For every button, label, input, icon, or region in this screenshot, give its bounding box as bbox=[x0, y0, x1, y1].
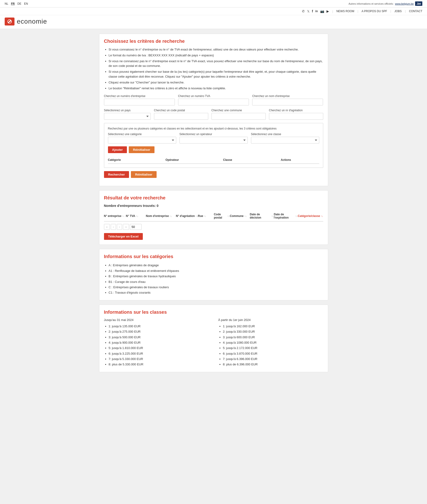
nom-entreprise-group: Cherchez un nom d'entreprise bbox=[252, 94, 323, 106]
rechercher-button[interactable]: Rechercher bbox=[104, 171, 129, 178]
class1-8: 8: plus de 5.330.000 EUR bbox=[109, 362, 209, 367]
th-expiration[interactable]: Date de l'expiration ↑↓ bbox=[274, 213, 298, 219]
th-decision[interactable]: Date de décision ↑↓ bbox=[250, 213, 274, 219]
youtube-icon[interactable]: ▶ bbox=[327, 9, 329, 13]
class2-5: 5: jusqu'à 2.172.000 EUR bbox=[223, 345, 323, 351]
lang-en[interactable]: EN bbox=[24, 2, 28, 5]
th-entreprise[interactable]: N° entreprise ↑↓ bbox=[104, 213, 126, 219]
cat-item-6: C1 : Travaux d'égouts courants bbox=[109, 290, 323, 295]
nom-entreprise-input[interactable] bbox=[252, 99, 323, 106]
category-table: Catégorie Opérateur Classe Actions bbox=[108, 156, 319, 164]
info-item-5: Cliquez ensuite sur "Chercher" pour lanc… bbox=[109, 80, 323, 85]
search-info-list: Si vous connaissez le n° d'entreprise ou… bbox=[104, 47, 323, 91]
class2-6: 6: jusqu'à 3.870.000 EUR bbox=[223, 351, 323, 356]
category-table-header: Catégorie Opérateur Classe Actions bbox=[108, 156, 319, 164]
classes-section: Informations sur les classes Jusqu'au 31… bbox=[99, 305, 328, 372]
sort-icon-tva: ↑↓ bbox=[136, 215, 138, 217]
phone-icon[interactable]: ✆ bbox=[302, 9, 305, 13]
classes-title: Informations sur les classes bbox=[104, 310, 323, 315]
language-switcher[interactable]: NL FR DE EN bbox=[5, 2, 30, 5]
num-entreprise-input[interactable] bbox=[104, 99, 175, 106]
th-commune[interactable]: Commune ↑↓ bbox=[230, 213, 250, 219]
th-postal[interactable]: Code postal ↑↓ bbox=[214, 213, 230, 219]
commune-input[interactable] bbox=[212, 113, 266, 120]
header-nav-links: NEWS ROOM | A PROPOS DU SPF | JOBS | CON… bbox=[336, 10, 422, 13]
search-section-title: Choisissez les critères de recherche bbox=[104, 38, 323, 44]
be-logo: .be bbox=[415, 1, 422, 6]
sort-icon-entreprise: ↑↓ bbox=[122, 215, 124, 217]
download-excel-button[interactable]: Télécharger en Excel bbox=[104, 233, 143, 240]
select-operateur[interactable] bbox=[180, 137, 248, 144]
facebook-icon[interactable]: f bbox=[312, 9, 313, 13]
results-table: N° entreprise ↑↓ N° TVA ↑↓ Nom d'entrepr… bbox=[104, 211, 323, 221]
ajouter-button[interactable]: Ajouter bbox=[108, 146, 127, 153]
classes-col2-title: À partir du 1er juin 2024 bbox=[218, 318, 323, 322]
num-tva-input[interactable] bbox=[178, 99, 249, 106]
sort-icon-postal: ↑↓ bbox=[227, 215, 230, 217]
page-size-select[interactable]: 10 25 50 100 bbox=[130, 224, 142, 230]
top-bar: NL FR DE EN Autres informations et servi… bbox=[0, 0, 427, 8]
nav-divider: | bbox=[332, 10, 333, 13]
twitter-icon[interactable]: 𝕏 bbox=[307, 10, 309, 13]
th-rue[interactable]: Rue ↑↓ bbox=[198, 213, 214, 219]
categories-list: A : Entreprises générales de dragage A1 … bbox=[104, 262, 323, 295]
header: ✆ 𝕏 f in 📷 ▶ | NEWS ROOM | A PROPOS DU S… bbox=[0, 8, 427, 29]
jobs-link[interactable]: JOBS bbox=[394, 10, 402, 13]
category-search-box: Recherchez par une ou plusieurs catégori… bbox=[104, 123, 323, 168]
th-agrement[interactable]: N° d'agréation ↑↓ bbox=[176, 213, 198, 219]
first-page-button[interactable]: « bbox=[104, 224, 110, 230]
th-nom[interactable]: Nom d'entreprise ↑↓ bbox=[146, 213, 176, 219]
classes-grid: Jusqu'au 31 mai 2024 1: jusqu'à 135.000 … bbox=[104, 318, 323, 367]
nr-agration-input[interactable] bbox=[269, 113, 323, 120]
reinitialiser-category-button[interactable]: Réinitialiser bbox=[129, 146, 154, 153]
class1-7: 7: jusqu'à 5.330.000 EUR bbox=[109, 356, 209, 362]
info-item-4: Si vous pouvez également chercher sur ba… bbox=[109, 69, 323, 79]
official-text: Autres informations et services officiel… bbox=[349, 2, 394, 5]
lang-nl[interactable]: NL bbox=[5, 2, 8, 5]
class1-4: 4: jusqu'à 900.000 EUR bbox=[109, 340, 209, 345]
form-row-1: Cherchez un numéro d'entreprise Cherchez… bbox=[104, 94, 323, 106]
th-categorie-result[interactable]: Catégorie/classe ↑↓ bbox=[298, 213, 323, 219]
logo-text: economie bbox=[17, 18, 47, 25]
contact-link[interactable]: CONTACT bbox=[409, 10, 422, 13]
class1-3: 3: jusqu'à 500.000 EUR bbox=[109, 335, 209, 340]
select-categorie-label: Sélectionnez une catégorie bbox=[108, 133, 176, 136]
sort-icon-rue: ↑↓ bbox=[204, 215, 206, 217]
logo-area: economie bbox=[0, 15, 427, 29]
header-nav: ✆ 𝕏 f in 📷 ▶ | NEWS ROOM | A PROPOS DU S… bbox=[0, 8, 427, 15]
commune-label: Cherchez une commune bbox=[212, 109, 266, 112]
select-classe[interactable] bbox=[251, 137, 319, 144]
class1-2: 2: jusqu'à 275.000 EUR bbox=[109, 329, 209, 334]
pagination: « ‹ › » 10 25 50 100 bbox=[104, 224, 323, 230]
main-search-buttons: Rechercher Réinitialiser bbox=[104, 171, 323, 178]
select-classe-label: Sélectionnez une classe bbox=[251, 133, 319, 136]
code-postal-input[interactable] bbox=[154, 113, 208, 120]
pays-select[interactable] bbox=[104, 113, 151, 120]
th-operateur-col: Opérateur bbox=[166, 158, 223, 161]
select-classe-group: Sélectionnez une classe bbox=[251, 133, 319, 144]
official-link[interactable]: www.belgium.be bbox=[395, 2, 414, 5]
linkedin-icon[interactable]: in bbox=[315, 10, 318, 13]
logo-icon bbox=[5, 17, 15, 25]
about-link[interactable]: A PROPOS DU SPF bbox=[362, 10, 387, 13]
cat-item-5: C : Entreprises générales de travaux rou… bbox=[109, 284, 323, 290]
select-categorie[interactable] bbox=[108, 137, 176, 144]
next-page-button[interactable]: › bbox=[117, 224, 122, 230]
th-tva[interactable]: N° TVA ↑↓ bbox=[126, 213, 146, 219]
news-room-link[interactable]: NEWS ROOM bbox=[336, 10, 354, 13]
sort-icon-decision: ↑↓ bbox=[271, 215, 274, 217]
nom-entreprise-label: Cherchez un nom d'entreprise bbox=[252, 94, 323, 98]
last-page-button[interactable]: » bbox=[123, 224, 129, 230]
code-postal-label: Cherchez un code postal bbox=[154, 109, 208, 112]
th-classe-col: Classe bbox=[223, 158, 281, 161]
lang-de[interactable]: DE bbox=[17, 2, 22, 5]
prev-page-button[interactable]: ‹ bbox=[111, 224, 116, 230]
search-section: Choisissez les critères de recherche Si … bbox=[99, 34, 328, 186]
results-count: Nombre d'entrepreneurs trouvés: 0 bbox=[104, 204, 323, 208]
categories-section: Informations sur les catégories A : Entr… bbox=[99, 249, 328, 300]
reinitialiser-main-button[interactable]: Réinitialiser bbox=[131, 171, 157, 178]
commune-group: Cherchez une commune bbox=[212, 109, 266, 120]
instagram-icon[interactable]: 📷 bbox=[320, 9, 324, 13]
class2-1: 1: jusqu'à 162.000 EUR bbox=[223, 323, 323, 329]
lang-fr[interactable]: FR bbox=[11, 2, 15, 5]
